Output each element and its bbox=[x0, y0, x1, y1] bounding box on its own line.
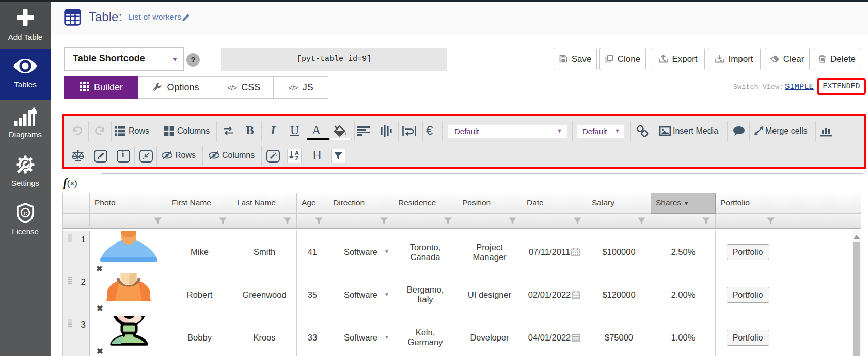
svg-text:A: A bbox=[295, 150, 299, 156]
svg-text:c: c bbox=[24, 209, 27, 217]
svg-text:Z: Z bbox=[295, 155, 299, 161]
